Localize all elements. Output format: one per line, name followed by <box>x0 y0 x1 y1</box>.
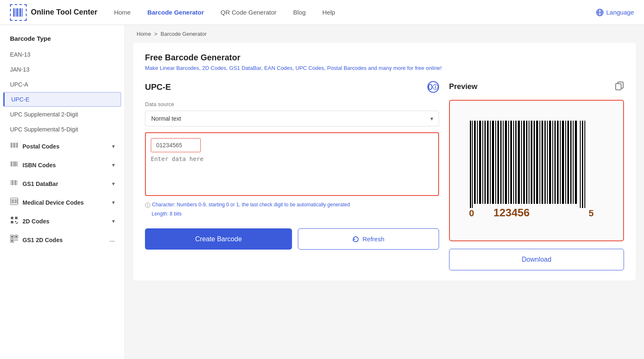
main-nav: Home Barcode Generator QR Code Generator… <box>114 9 597 16</box>
svg-rect-92 <box>570 121 572 204</box>
hint-icon: ⓘ <box>145 202 150 209</box>
svg-rect-67 <box>505 121 507 204</box>
svg-rect-69 <box>510 121 512 204</box>
sidebar-item-jan13[interactable]: JAN-13 <box>0 62 125 77</box>
svg-point-48 <box>435 86 436 87</box>
refresh-label: Refresh <box>362 235 384 243</box>
generator-panel: UPC-E Data source <box>145 81 439 270</box>
svg-rect-5 <box>22 8 23 17</box>
sidebar-item-2d-codes[interactable]: 2D Codes ▾ <box>0 212 125 230</box>
svg-rect-94 <box>575 121 577 204</box>
svg-rect-25 <box>17 180 17 185</box>
nav-blog[interactable]: Blog <box>293 9 306 16</box>
svg-rect-21 <box>11 180 11 185</box>
svg-rect-17 <box>12 161 13 166</box>
svg-rect-46 <box>17 240 18 240</box>
logo[interactable]: Online Tool Center <box>10 4 97 21</box>
preview-panel: Preview <box>449 81 624 270</box>
postal-codes-icon <box>10 141 18 151</box>
chevron-down-icon-gs1: ▾ <box>112 181 115 187</box>
svg-rect-13 <box>14 143 15 148</box>
svg-rect-54 <box>472 121 473 208</box>
svg-rect-61 <box>490 121 491 204</box>
sidebar-item-postal-codes[interactable]: Postal Codes ▾ <box>0 137 125 156</box>
copy-icon[interactable] <box>615 81 624 92</box>
svg-rect-60 <box>487 121 489 204</box>
svg-rect-65 <box>500 121 502 204</box>
2d-codes-label: 2D Codes <box>22 218 50 225</box>
svg-rect-36 <box>17 222 18 223</box>
svg-rect-1 <box>15 8 16 17</box>
sidebar-item-ean13[interactable]: EAN-13 <box>0 47 125 62</box>
data-input-wrapper: 01234565 <box>145 132 439 196</box>
2d-codes-icon <box>10 216 18 226</box>
nav-help[interactable]: Help <box>322 9 335 16</box>
gs1-databar-label: GS1 DataBar <box>22 181 58 187</box>
svg-rect-93 <box>573 121 574 204</box>
svg-rect-62 <box>492 121 494 204</box>
svg-rect-77 <box>531 121 532 204</box>
breadcrumb-current: Barcode Generator <box>161 31 207 37</box>
breadcrumb-home[interactable]: Home <box>137 31 151 37</box>
sidebar-item-gs1-databar[interactable]: GS1 DataBar ▾ <box>0 174 125 193</box>
svg-rect-79 <box>536 121 538 204</box>
svg-rect-71 <box>515 121 517 204</box>
barcode-type-name: UPC-E <box>145 82 171 92</box>
medical-codes-label: Medical Device Codes <box>22 199 84 206</box>
svg-rect-19 <box>15 161 16 166</box>
svg-rect-16 <box>11 161 12 166</box>
sidebar-item-medical-codes[interactable]: Medical Device Codes ▾ <box>0 193 125 212</box>
language-button[interactable]: Language <box>596 9 634 16</box>
svg-rect-88 <box>560 121 561 204</box>
svg-rect-22 <box>12 180 13 185</box>
nav-qr-generator[interactable]: QR Code Generator <box>221 9 277 16</box>
nav-home[interactable]: Home <box>114 9 131 16</box>
hint-line1: Character: Numbers 0-9, starting 0 or 1,… <box>152 202 350 209</box>
data-source-select[interactable]: Normal text CSV Database <box>145 111 439 126</box>
svg-rect-18 <box>14 161 15 166</box>
sidebar-item-upca[interactable]: UPC-A <box>0 77 125 92</box>
logo-icon <box>10 4 27 21</box>
svg-rect-34 <box>11 221 13 223</box>
chevron-down-icon-medical: ▾ <box>112 200 115 205</box>
svg-rect-70 <box>513 121 514 204</box>
page-subtitle: Make Linear Barcodes, 2D Codes, GS1 Data… <box>145 65 624 71</box>
svg-rect-82 <box>544 121 546 204</box>
info-icon[interactable] <box>427 81 439 93</box>
header: Online Tool Center Home Barcode Generato… <box>0 0 644 25</box>
sidebar-item-isbn-codes[interactable]: ISBN Codes ▾ <box>0 156 125 174</box>
barcode-preview: 0 123456 5 <box>449 100 624 241</box>
gs1-2d-codes-icon <box>10 235 18 245</box>
nav-barcode-generator[interactable]: Barcode Generator <box>147 9 204 16</box>
chevron-down-icon: ▾ <box>112 144 115 149</box>
svg-rect-3 <box>19 8 20 17</box>
svg-rect-39 <box>11 236 13 238</box>
data-textarea[interactable] <box>151 156 433 189</box>
data-source-select-wrapper: Normal text CSV Database ▾ <box>145 111 439 126</box>
preview-title: Preview <box>449 82 477 91</box>
svg-rect-53 <box>470 121 471 208</box>
gs1-databar-icon <box>10 178 18 189</box>
sidebar-item-gs1-2d-codes[interactable]: GS1 2D Codes … <box>0 230 125 249</box>
medical-codes-icon <box>10 197 18 208</box>
svg-rect-56 <box>477 121 478 204</box>
main-content: Home > Barcode Generator Free Barcode Ge… <box>125 25 644 359</box>
sidebar-item-upc-supp5[interactable]: UPC Supplemental 5-Digit <box>0 122 125 137</box>
svg-rect-80 <box>539 121 540 204</box>
svg-rect-81 <box>542 121 543 204</box>
sidebar-item-upce[interactable]: UPC-E <box>3 92 121 107</box>
svg-rect-31 <box>17 199 17 203</box>
svg-rect-12 <box>12 143 13 148</box>
create-barcode-button[interactable]: Create Barcode <box>145 228 292 250</box>
svg-rect-45 <box>16 240 17 240</box>
svg-rect-57 <box>479 121 481 204</box>
content-area: Free Barcode Generator Make Linear Barco… <box>133 43 636 280</box>
svg-rect-27 <box>11 199 12 203</box>
svg-rect-68 <box>508 121 509 204</box>
sidebar-item-upc-supp2[interactable]: UPC Supplemental 2-Digit <box>0 107 125 122</box>
svg-rect-75 <box>526 121 527 204</box>
refresh-button[interactable]: Refresh <box>298 228 439 250</box>
download-button[interactable]: Download <box>449 249 624 270</box>
svg-rect-4 <box>20 8 21 17</box>
svg-rect-14 <box>15 143 16 148</box>
